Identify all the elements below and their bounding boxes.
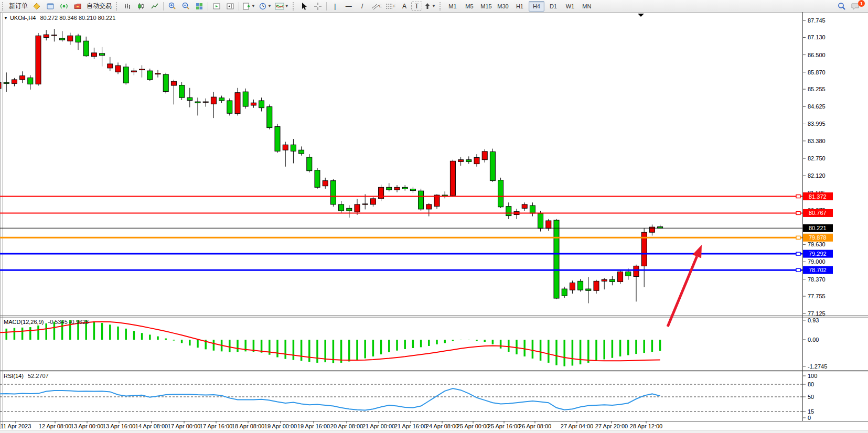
horizontal-level-line[interactable]: 79.878 xyxy=(0,234,833,242)
svg-text:21 Apr 16:00: 21 Apr 16:00 xyxy=(394,423,427,429)
svg-text:79.000: 79.000 xyxy=(808,258,826,265)
svg-text:78.702: 78.702 xyxy=(809,267,827,273)
svg-text:14 Apr 08:00: 14 Apr 08:00 xyxy=(135,423,168,429)
svg-text:78.370: 78.370 xyxy=(808,276,826,283)
svg-text:17 Apr 16:00: 17 Apr 16:00 xyxy=(200,423,232,429)
svg-text:100: 100 xyxy=(808,373,817,379)
rsi-pane-label: RSI(14) 52.2707 xyxy=(4,373,49,379)
chart-canvas[interactable]: 87.74587.13086.50085.87085.25584.62583.9… xyxy=(0,0,868,433)
svg-text:12 Apr 08:00: 12 Apr 08:00 xyxy=(39,423,71,429)
svg-text:13 Apr 00:00: 13 Apr 00:00 xyxy=(71,423,103,429)
svg-text:50: 50 xyxy=(808,394,814,400)
time-axis: 11 Apr 202312 Apr 08:0013 Apr 00:0013 Ap… xyxy=(1,421,662,430)
svg-text:18 Apr 08:00: 18 Apr 08:00 xyxy=(232,423,264,429)
horizontal-level-line[interactable]: 80.767 xyxy=(0,209,833,217)
svg-text:85.255: 85.255 xyxy=(808,86,826,92)
svg-text:19 Apr 16:00: 19 Apr 16:00 xyxy=(297,423,330,429)
svg-text:25 Apr 00:00: 25 Apr 00:00 xyxy=(457,423,489,429)
trend-arrow-annotation[interactable] xyxy=(668,245,702,327)
svg-text:86.500: 86.500 xyxy=(808,52,826,58)
svg-text:21 Apr 00:00: 21 Apr 00:00 xyxy=(362,423,395,429)
svg-text:79.292: 79.292 xyxy=(809,251,827,257)
rsi-value: 52.2707 xyxy=(28,373,49,379)
chart-title: ▼UKOil-,H4 80.272 80.346 80.210 80.221 xyxy=(4,15,115,21)
rsi-label: RSI(14) xyxy=(4,373,24,379)
svg-text:27 Apr 04:00: 27 Apr 04:00 xyxy=(561,423,593,429)
svg-text:77.755: 77.755 xyxy=(808,293,826,299)
svg-text:80: 80 xyxy=(808,381,814,387)
window-bottom-edge xyxy=(0,430,868,433)
svg-text:11 Apr 2023: 11 Apr 2023 xyxy=(1,423,31,429)
svg-text:0.93: 0.93 xyxy=(808,317,819,323)
horizontal-level-line[interactable]: 79.292 xyxy=(0,250,833,258)
macd-values: -0.5345 -0.9628 xyxy=(48,319,89,325)
macd-pane-label: MACD(12,26,9) -0.5345 -0.9628 xyxy=(4,319,89,325)
rsi-pane: 1008050150 xyxy=(0,373,817,421)
candles xyxy=(0,29,663,303)
svg-text:85.870: 85.870 xyxy=(808,69,826,75)
chevron-down-icon[interactable]: ▼ xyxy=(4,16,8,20)
macd-pane: 0.930.00-1.2745 xyxy=(0,317,827,370)
current-price-line[interactable]: 80.221 xyxy=(0,224,833,232)
svg-text:77.125: 77.125 xyxy=(808,310,826,317)
svg-text:87.130: 87.130 xyxy=(808,34,826,40)
svg-text:17 Apr 00:00: 17 Apr 00:00 xyxy=(168,423,200,429)
svg-text:19 Apr 00:00: 19 Apr 00:00 xyxy=(264,423,297,429)
svg-text:80.767: 80.767 xyxy=(809,210,827,216)
svg-text:84.625: 84.625 xyxy=(808,103,826,110)
chart-shift-marker[interactable] xyxy=(638,14,644,17)
svg-text:0: 0 xyxy=(808,415,811,421)
svg-text:13 Apr 16:00: 13 Apr 16:00 xyxy=(103,423,135,429)
terminal-window: 新订单 自动交易 ▼ ▼ ▼ | — / E F A T ▼ M1 M5 xyxy=(0,0,868,433)
svg-text:80.221: 80.221 xyxy=(809,225,827,231)
svg-text:24 Apr 08:00: 24 Apr 08:00 xyxy=(426,423,458,429)
horizontal-level-line[interactable]: 78.702 xyxy=(0,266,833,274)
svg-text:-1.2745: -1.2745 xyxy=(808,363,827,370)
macd-label: MACD(12,26,9) xyxy=(4,319,44,325)
svg-text:79.878: 79.878 xyxy=(809,234,827,241)
svg-text:27 Apr 20:00: 27 Apr 20:00 xyxy=(595,423,628,429)
ohlc-values: 80.272 80.346 80.210 80.221 xyxy=(40,15,116,21)
svg-text:15: 15 xyxy=(808,408,814,415)
svg-text:28 Apr 12:00: 28 Apr 12:00 xyxy=(630,423,662,429)
svg-text:79.630: 79.630 xyxy=(808,241,826,247)
svg-text:0.00: 0.00 xyxy=(808,337,819,343)
svg-text:83.995: 83.995 xyxy=(808,121,826,127)
svg-text:26 Apr 08:00: 26 Apr 08:00 xyxy=(519,423,551,429)
svg-text:87.745: 87.745 xyxy=(808,17,826,24)
horizontal-level-line[interactable]: 81.372 xyxy=(0,192,833,200)
symbol-period-label: UKOil-,H4 xyxy=(10,15,36,21)
svg-text:83.380: 83.380 xyxy=(808,138,826,144)
svg-text:81.372: 81.372 xyxy=(809,193,827,200)
svg-text:82.120: 82.120 xyxy=(808,172,826,179)
svg-text:20 Apr 08:00: 20 Apr 08:00 xyxy=(330,423,363,429)
svg-text:82.750: 82.750 xyxy=(808,155,826,161)
svg-text:25 Apr 16:00: 25 Apr 16:00 xyxy=(488,423,520,429)
